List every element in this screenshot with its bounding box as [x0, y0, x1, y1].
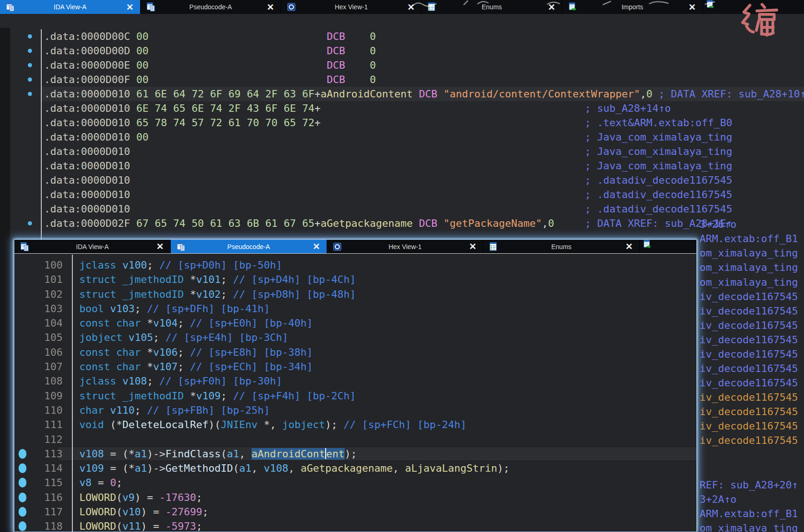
code-token: ;: [196, 520, 202, 532]
tab-enums[interactable]: Enums✕: [483, 240, 640, 253]
line-number: 100: [14, 258, 63, 272]
nav-dot-icon[interactable]: [28, 49, 32, 53]
tab-close-icon[interactable]: ✕: [155, 242, 165, 251]
tab-close-icon[interactable]: ✕: [312, 242, 321, 251]
line-number: 115: [14, 475, 63, 490]
listing-row[interactable]: .data:0000D010 ; .datadiv_decode1167545: [0, 173, 804, 187]
tab-ida-view-a[interactable]: IDA View-A✕: [0, 0, 141, 14]
tab-ida-view-a[interactable]: IDA View-A✕: [14, 240, 171, 253]
nav-dot-icon[interactable]: [28, 63, 32, 67]
line-number: 104: [14, 316, 63, 330]
tab-close-icon[interactable]: ✕: [125, 3, 135, 12]
tab-label: Hex View-1: [300, 3, 403, 11]
code-token: ;: [202, 506, 208, 518]
code-token: .data:0000D02F: [44, 218, 136, 229]
gutter-separator: [41, 29, 42, 253]
code-text: bool v103; // [sp+DFh] [bp-41h]: [79, 301, 270, 316]
code-token: ,: [239, 448, 251, 460]
listing-row[interactable]: .data:0000D010 ; .datadiv_decode1167545: [0, 202, 804, 216]
pseudocode-line[interactable]: 113v108 = (*a1)->FindClass(a1, aAndroidC…: [14, 447, 696, 461]
pseudocode-line[interactable]: 111void (*DeleteLocalRef)(JNIEnv *, jobj…: [14, 417, 696, 432]
listing-row[interactable]: .data:0000D00C 00 DCB 0: [0, 29, 804, 44]
pseudocode-window[interactable]: IDA View-A✕Pseudocode-A✕Hex View-1✕Enums…: [14, 239, 697, 532]
code-token: .data:0000D010: [44, 189, 130, 200]
listing-row[interactable]: .data:0000D010 ; Java_com_ximalaya_ting: [0, 159, 804, 173]
listing-text: .data:0000D010 ; .datadiv_decode1167545: [44, 173, 732, 187]
listing-row[interactable]: .data:0000D02F 67 65 74 50 61 63 6B 61 6…: [0, 216, 804, 231]
tab-pseudocode-a[interactable]: Pseudocode-A✕: [171, 240, 327, 253]
line-number: 105: [14, 330, 63, 345]
listing-row[interactable]: .data:0000D00F 00 DCB 0: [0, 72, 804, 87]
code-token: // [sp+E4h] [bp-3Ch]: [165, 332, 288, 343]
tab-close-icon[interactable]: ✕: [406, 3, 416, 12]
spacing: [321, 117, 585, 128]
code-token: v108: [264, 462, 288, 474]
nav-dot-icon[interactable]: [28, 221, 32, 225]
code-token: 6E 74 65 6E 74 2F 43 6F 6E 74: [136, 103, 315, 114]
tab-close-icon[interactable]: ✕: [266, 3, 275, 12]
pseudocode-line[interactable]: 117LOWORD(v10) = -27699;: [14, 505, 696, 519]
code-token: FindClass: [165, 448, 220, 460]
listing-row[interactable]: .data:0000D010 ; .datadiv_decode1167545: [0, 187, 804, 202]
nav-dot-icon[interactable]: [28, 77, 32, 82]
code-token: GetMethodID: [165, 462, 233, 474]
pseudocode-line[interactable]: 115v8 = 0;: [14, 475, 696, 490]
pseudocode-line[interactable]: 108jclass v108; // [sp+F0h] [bp-30h]: [14, 374, 696, 388]
code-token: ,: [251, 462, 264, 474]
code-token: 0: [370, 31, 376, 42]
pseudocode-line[interactable]: 109struct _jmethodID *v109; // [sp+F4h] …: [14, 389, 696, 403]
code-token: DCB: [327, 31, 345, 42]
tab-close-icon[interactable]: ✕: [468, 242, 477, 251]
pseudocode-line[interactable]: 110char v110; // [sp+FBh] [bp-25h]: [14, 403, 696, 417]
code-token: ) =: [141, 520, 165, 532]
pseudocode-line[interactable]: 102struct _jmethodID *v102; // [sp+D8h] …: [14, 287, 696, 301]
pseudocode-line[interactable]: 107const char *v107; // [sp+ECh] [bp-34h…: [14, 359, 696, 374]
code-token: v110: [110, 404, 135, 416]
tab-close-icon[interactable]: ✕: [624, 242, 634, 251]
line-number: 106: [14, 345, 63, 359]
code-token: v102: [196, 288, 221, 300]
code-token: )(: [208, 419, 221, 430]
listing-row[interactable]: .data:0000D010 6E 74 65 6E 74 2F 43 6F 6…: [0, 101, 804, 115]
code-token: .data:0000D010: [44, 203, 130, 215]
code-token: *: [141, 317, 153, 329]
listing-text: .data:0000D010 65 78 74 57 72 61 70 70 6…: [44, 115, 732, 130]
code-token: 00: [136, 45, 149, 57]
pseudocode-line[interactable]: 101struct _jmethodID *v101; // [sp+D4h] …: [14, 272, 696, 287]
pseudocode-line[interactable]: 112: [14, 432, 696, 447]
listing-row[interactable]: .data:0000D00E 00 DCB 0: [0, 58, 804, 72]
listing-row[interactable]: .data:0000D00D 00 DCB 0: [0, 44, 804, 58]
code-token: // [sp+FBh] [bp-25h]: [147, 404, 270, 416]
listing-row[interactable]: .data:0000D010 00 ; Java_com_ximalaya_ti…: [0, 130, 804, 144]
pseudocode-line[interactable]: 104const char *v104; // [sp+E0h] [bp-40h…: [14, 316, 696, 330]
code-token: ;: [135, 303, 147, 314]
code-token: // [sp+FCh] [bp-24h]: [344, 419, 467, 430]
tab-hex-view-1[interactable]: Hex View-1✕: [327, 240, 483, 253]
pseudocode-line[interactable]: 118LOWORD(v11) = -5973;: [14, 519, 696, 532]
tab-pseudocode-a[interactable]: Pseudocode-A✕: [141, 0, 281, 14]
tab-hex-view-1[interactable]: Hex View-1✕: [281, 0, 422, 14]
tab-enums[interactable]: Enums✕: [422, 0, 562, 14]
listing-text: .data:0000D010 ; Java_com_ximalaya_ting: [44, 144, 732, 159]
pseudocode-line[interactable]: 100jclass v100; // [sp+D0h] [bp-50h]: [14, 258, 696, 272]
code-token: [437, 218, 444, 229]
pseudocode-line[interactable]: 103bool v103; // [sp+DFh] [bp-41h]: [14, 301, 696, 316]
listing-row[interactable]: .data:0000D010 ; Java_com_ximalaya_ting: [0, 144, 804, 159]
listing-row[interactable]: .data:0000D010 61 6E 64 72 6F 69 64 2F 6…: [0, 87, 804, 101]
code-token: )->: [147, 462, 166, 474]
pseudocode-icon: [176, 242, 186, 251]
pseudocode-line[interactable]: 105jobject v105; // [sp+E4h] [bp-3Ch]: [14, 330, 696, 345]
code-token: struct _jmethodID: [79, 274, 184, 285]
nav-dot-icon[interactable]: [28, 92, 32, 96]
tab-imports[interactable]: Imports✕: [562, 0, 703, 14]
code-token: DeleteLocalRef: [122, 419, 208, 430]
pseudocode-line[interactable]: 106const char *v106; // [sp+E8h] [bp-38h…: [14, 345, 696, 359]
tab-close-icon[interactable]: ✕: [547, 3, 556, 12]
listing-text: .data:0000D010 ; .datadiv_decode1167545: [44, 187, 732, 202]
code-token: a1: [239, 462, 251, 474]
pseudocode-line[interactable]: 116LOWORD(v9) = -17630;: [14, 490, 696, 505]
pseudocode-line[interactable]: 114v109 = (*a1)->GetMethodID(a1, v108, a…: [14, 461, 696, 475]
nav-dot-icon[interactable]: [28, 34, 32, 38]
tab-close-icon[interactable]: ✕: [688, 3, 697, 12]
listing-row[interactable]: .data:0000D010 65 78 74 57 72 61 70 70 6…: [0, 115, 804, 130]
